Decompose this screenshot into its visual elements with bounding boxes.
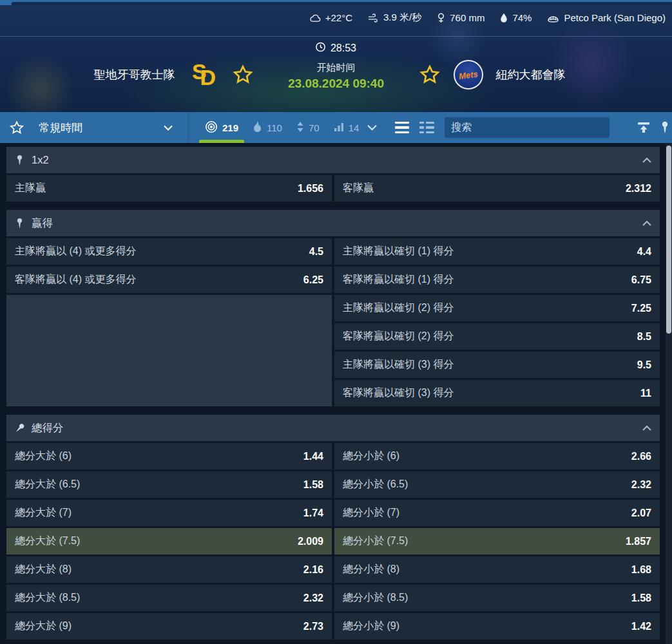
bet-odds: 1.44: [303, 451, 323, 462]
bet-cell[interactable]: 總分大於 (8)2.16: [6, 556, 332, 583]
bet-cell[interactable]: 主隊贏1.656: [6, 175, 332, 202]
bet-odds: 4.4: [637, 246, 651, 258]
start-time-label: 开始时间: [317, 62, 356, 74]
favorite-away-star-icon[interactable]: [419, 64, 441, 85]
bet-cell[interactable]: 總分小於 (6)2.66: [334, 443, 660, 469]
pin-icon[interactable]: [15, 218, 24, 229]
bet-label: 主隊將贏以確切 (3) 得分: [343, 358, 454, 372]
bet-cell[interactable]: 客隊將贏以確切 (2) 得分8.5: [334, 323, 660, 350]
market-section-header[interactable]: 1x2: [6, 147, 660, 173]
venue-value: Petco Park (San Diego): [564, 12, 666, 23]
bet-cell[interactable]: 客隊贏2.312: [334, 175, 660, 202]
bet-cell[interactable]: 總分小於 (9)1.42: [334, 613, 660, 639]
scrollbar-thumb[interactable]: [666, 146, 671, 334]
bet-cell[interactable]: 總分小於 (6.5)2.32: [334, 471, 660, 498]
single-column-view-icon[interactable]: [395, 122, 409, 134]
chevron-up-icon[interactable]: [642, 157, 651, 163]
pressure-icon: [437, 13, 445, 23]
cloud-icon: [310, 14, 321, 23]
filter-tab-popular[interactable]: 219: [198, 112, 245, 143]
bet-cell[interactable]: 總分小於 (7.5)1.857: [334, 528, 660, 554]
filter-tab-handicap[interactable]: 70: [289, 112, 327, 143]
bet-label: 主隊將贏以 (4) 或更多得分: [15, 245, 136, 258]
filter-count: 14: [349, 122, 360, 133]
bet-odds: 1.58: [303, 479, 323, 491]
bet-odds: 2.73: [303, 621, 323, 632]
market-column: 主隊將贏以確切 (1) 得分4.4客隊將贏以確切 (1) 得分6.75主隊將贏以…: [334, 238, 660, 406]
filter-tab-totals[interactable]: 14: [327, 112, 367, 143]
bet-cell[interactable]: 客隊將贏以 (4) 或更多得分6.25: [6, 267, 332, 293]
bet-label: 總分小於 (8): [343, 563, 399, 576]
bet-cell[interactable]: 總分小於 (8)1.68: [334, 556, 660, 583]
market-title: 1x2: [32, 154, 49, 166]
bet-odds: 1.42: [631, 621, 651, 632]
favorite-home-star-icon[interactable]: [232, 64, 254, 85]
bet-label: 總分小於 (7.5): [343, 535, 408, 548]
bet-cell[interactable]: 客隊將贏以確切 (1) 得分6.75: [334, 267, 660, 293]
bet-odds: 1.74: [303, 507, 323, 519]
countdown-value: 28:53: [331, 43, 356, 54]
bet-odds: 1.68: [631, 564, 651, 576]
pin-icon-pinned[interactable]: [15, 422, 24, 434]
match-center-info: 28:53 开始时间 23.08.2024 09:40: [288, 42, 384, 91]
chevron-up-icon[interactable]: [642, 425, 651, 431]
venue: Petco Park (San Diego): [547, 12, 666, 23]
view-toggles: [395, 122, 434, 134]
bet-label: 主隊將贏以確切 (1) 得分: [343, 245, 454, 258]
clock-icon: [316, 42, 326, 55]
bet-label: 總分小於 (6): [343, 450, 399, 463]
bet-label: 總分小於 (7): [343, 506, 399, 520]
away-team-logo: Mets: [454, 60, 483, 90]
bet-cell[interactable]: 總分大於 (8.5)2.32: [6, 585, 332, 611]
bet-odds: 4.5: [309, 246, 323, 258]
wind-value: 3.9 米/秒: [383, 12, 421, 24]
bet-cell[interactable]: 總分大於 (6.5)1.58: [6, 471, 332, 498]
bet-odds: 2.009: [298, 536, 323, 547]
bet-cell[interactable]: 主隊將贏以確切 (1) 得分4.4: [334, 238, 660, 265]
bet-cell[interactable]: 總分小於 (7)2.07: [334, 500, 660, 526]
bet-cell[interactable]: 總分小於 (8.5)1.58: [334, 585, 660, 611]
scrollbar[interactable]: [666, 143, 672, 644]
bet-label: 總分大於 (8): [15, 563, 72, 576]
updown-icon: [296, 121, 304, 135]
wind-icon: [368, 14, 379, 23]
betting-app: +22°C 3.9 米/秒 760 mm: [0, 0, 672, 644]
search-input[interactable]: [445, 117, 610, 138]
filter-count: 110: [267, 122, 282, 133]
market-section: 總得分總分大於 (6)1.44總分大於 (6.5)1.58總分大於 (7)1.7…: [6, 415, 660, 639]
two-column-view-icon[interactable]: [419, 122, 434, 134]
bet-odds: 2.66: [631, 451, 651, 462]
market-title: 贏得: [32, 216, 53, 231]
more-filters-chevron-icon[interactable]: [367, 124, 377, 131]
market-section-header[interactable]: 總得分: [6, 415, 660, 441]
market-section: 贏得主隊將贏以 (4) 或更多得分4.5客隊將贏以 (4) 或更多得分6.25主…: [6, 210, 660, 406]
bet-cell[interactable]: 總分大於 (9)2.73: [6, 613, 332, 639]
pin-icon[interactable]: [660, 121, 669, 134]
bet-label: 總分大於 (7.5): [15, 535, 80, 548]
bet-odds: 2.312: [626, 183, 651, 194]
bet-cell[interactable]: 主隊將贏以確切 (3) 得分9.5: [334, 352, 660, 378]
empty-column-filler: [6, 295, 332, 406]
market-section-header[interactable]: 贏得: [6, 210, 660, 236]
market-column: 總分小於 (6)2.66總分小於 (6.5)2.32總分小於 (7)2.07總分…: [334, 443, 660, 639]
period-selector[interactable]: 常規時間: [34, 112, 177, 143]
filter-count: 70: [309, 122, 320, 133]
collapse-all-icon[interactable]: [636, 121, 651, 134]
bet-cell[interactable]: 總分大於 (7)1.74: [6, 500, 332, 526]
bet-label: 總分大於 (6): [15, 450, 72, 463]
bet-cell[interactable]: 主隊將贏以確切 (2) 得分7.25: [334, 295, 660, 321]
bet-cell[interactable]: 主隊將贏以 (4) 或更多得分4.5: [6, 238, 332, 265]
bet-label: 客隊將贏以 (4) 或更多得分: [15, 273, 136, 287]
filter-tab-hot[interactable]: 110: [245, 112, 289, 143]
bet-odds: 11: [640, 388, 651, 399]
bet-cell[interactable]: 客隊將贏以確切 (3) 得分11: [334, 380, 660, 406]
favorite-match-star-icon[interactable]: [0, 120, 34, 135]
bet-label: 總分大於 (8.5): [15, 591, 80, 605]
bet-label: 主隊贏: [15, 182, 46, 195]
temperature: +22°C: [310, 12, 352, 23]
pin-icon[interactable]: [15, 155, 24, 166]
home-team-name: 聖地牙哥教士隊: [94, 67, 175, 82]
bet-cell[interactable]: 總分大於 (7.5)2.009: [6, 528, 332, 554]
bet-cell[interactable]: 總分大於 (6)1.44: [6, 443, 332, 469]
chevron-up-icon[interactable]: [642, 220, 651, 226]
